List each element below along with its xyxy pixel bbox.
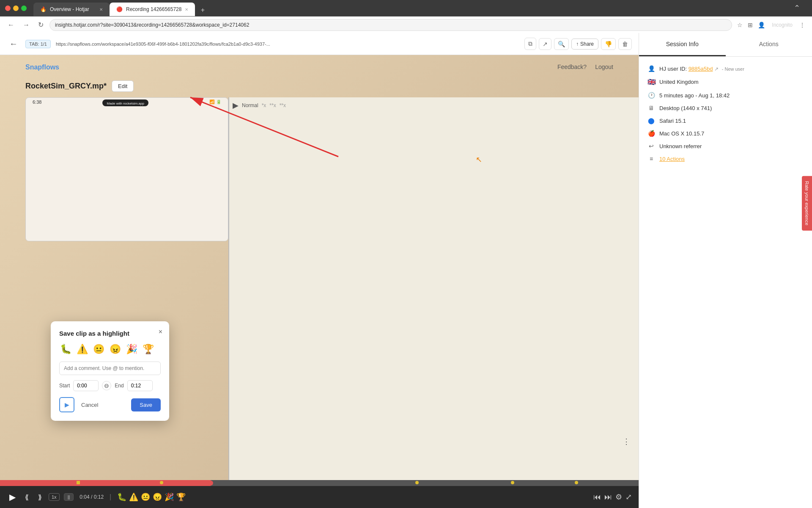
copy-url-btn[interactable]: ⧉ [524,38,536,50]
traffic-lights [5,6,27,11]
referrer-icon: ↩ [647,143,655,149]
star-btn[interactable]: ☆ [735,20,744,30]
playback-timeline[interactable] [0,480,639,486]
player-controls: ▶ ⟪ ⟫ 1x || 0:04 / 0:12 | 🐛 ⚠️ 😐 😠 🎉 [0,486,639,508]
referrer-text: Unknown referrer [659,143,702,149]
clock-icon: 🕐 [647,92,655,99]
forward-btn[interactable]: → [20,19,32,30]
double-speed-btn[interactable]: || [64,493,74,501]
timeline-track[interactable] [0,480,639,486]
user-icon: 👤 [647,65,655,72]
tab-session-info[interactable]: Session Info [639,33,726,56]
save-btn[interactable]: Save [131,398,161,411]
ctrl-emoji-warning[interactable]: ⚠️ [129,492,138,502]
ctrl-emoji-neutral[interactable]: 😐 [141,492,150,502]
logout-link[interactable]: Logout [595,64,613,70]
time-total: 0:12 [94,494,104,500]
snapflows-logo[interactable]: Snapflows [25,64,59,71]
save-clip-modal: Save clip as a highlight × 🐛 ⚠️ 😐 😠 🎉 🏆 [51,321,169,421]
emoji-picker: 🐛 ⚠️ 😐 😠 🎉 🏆 [59,343,161,356]
modal-actions: ▶ Cancel Save [59,397,161,412]
tab2-icon: 🔴 [116,6,123,12]
browser-text: Safari 15.1 [659,118,686,124]
thumbdown-btn[interactable]: 👎 [601,38,616,50]
time-display: 0:04 / 0:12 [80,494,104,500]
emoji-party[interactable]: 🎉 [125,343,138,356]
browser-toolbar-icons: ☆ ⊞ 👤 Incognito ⋮ [735,20,807,30]
open-external-btn[interactable]: ↗ [539,38,551,50]
tab-overview[interactable]: 🔥 Overview - Hotjar ✕ [33,3,110,16]
search-btn[interactable]: 🔍 [554,38,569,50]
timeline-event-2 [160,481,163,484]
settings-btn[interactable]: ⚙ [615,492,622,502]
player-back-btn[interactable]: ← [7,37,20,50]
ctrl-emoji-trophy[interactable]: 🏆 [176,492,186,502]
edit-file-btn[interactable]: Edit [112,80,134,92]
emoji-trophy[interactable]: 🏆 [142,343,155,356]
video-play-btn[interactable]: ▶ [233,101,239,110]
play-pause-btn[interactable]: ▶ [7,490,18,504]
player-container: ← TAB: 1/1 https://snapflows.com/workspa… [0,33,639,508]
ctrl-emoji-angry[interactable]: 😠 [153,492,162,502]
playback-xs1: *x [262,102,266,108]
control-divider: | [110,493,111,501]
new-tab-btn[interactable]: + [197,4,208,16]
skip-to-start-btn[interactable]: ⏮ [593,493,601,502]
tab2-close[interactable]: ✕ [185,7,188,12]
share-label: Share [580,41,594,47]
country-flag-icon: 🇬🇧 [647,78,655,86]
user-id-link[interactable]: 9885a5bd [689,66,713,72]
tab1-close[interactable]: ✕ [99,7,103,12]
feedback-link[interactable]: Feedback? [557,64,587,70]
emoji-angry[interactable]: 😠 [109,343,122,356]
modal-close-btn[interactable]: × [159,328,162,336]
window-minimize-icon[interactable]: ⌃ [794,3,800,13]
time-row: 🕐 5 minutes ago - Aug 1, 18:42 [647,92,804,99]
profile-btn[interactable]: 👤 [756,20,767,30]
skip-to-end-btn[interactable]: ⏭ [604,493,612,502]
fullscreen-btn[interactable]: ⤢ [625,492,632,502]
refresh-btn[interactable]: ↻ [36,19,46,30]
maximize-window-btn[interactable] [21,6,27,11]
tab2-title: Recording 14266565728 [126,6,181,12]
tab-recording[interactable]: 🔴 Recording 14266565728 ✕ [110,3,195,16]
emoji-bug[interactable]: 🐛 [59,343,72,356]
delete-btn[interactable]: 🗑 [618,38,632,50]
start-time-input[interactable] [73,380,99,391]
back-btn[interactable]: ← [5,19,17,30]
end-label: End [115,383,123,389]
phone-mockup-area: 6:38 Made with rocketsim.app 📶 🔋 [25,97,639,480]
timeline-thumb[interactable] [208,480,213,486]
modal-title: Save clip as a highlight [59,330,161,337]
skip-fwd-btn[interactable]: ⟫ [36,491,44,503]
speed-btn[interactable]: 1x [49,493,60,501]
close-window-btn[interactable] [5,6,11,11]
more-btn[interactable]: ⋮ [798,20,807,30]
skip-back-btn[interactable]: ⟪ [22,491,31,503]
share-btn[interactable]: ↑ Share [571,39,598,50]
emoji-controls: 🐛 ⚠️ 😐 😠 🎉 🏆 [117,492,186,502]
address-bar[interactable]: insights.hotjar.com/r?site=3090413&recor… [49,19,732,31]
emoji-warning[interactable]: ⚠️ [76,343,89,356]
comment-input[interactable] [59,362,161,375]
emoji-neutral[interactable]: 😐 [92,343,105,356]
cancel-btn[interactable]: Cancel [81,402,98,408]
ctrl-emoji-party[interactable]: 🎉 [165,492,174,502]
ctrl-emoji-bug[interactable]: 🐛 [117,492,126,502]
user-id-text: HJ user ID: 9885a5bd ↗ - New user [659,66,744,72]
extension-btn[interactable]: ⊞ [746,20,754,30]
actions-link[interactable]: 10 Actions [659,156,685,162]
timeline-event-5 [575,481,578,484]
preview-play-btn[interactable]: ▶ [59,397,74,412]
time-range: Start ⊖ End [59,380,161,391]
user-id-label: HJ user ID: [659,66,689,72]
main-layout: ← TAB: 1/1 https://snapflows.com/workspa… [0,33,812,508]
end-time-input[interactable] [127,380,153,391]
time-minus-btn[interactable]: ⊖ [102,381,111,390]
rate-experience-sidebar[interactable]: Rate your experience [802,176,812,231]
more-options-btn[interactable]: ⋮ [623,437,630,446]
browser-titlebar: 🔥 Overview - Hotjar ✕ 🔴 Recording 142665… [0,0,812,16]
tab-actions[interactable]: Actions [726,33,812,56]
start-label: Start [59,383,70,389]
minimize-window-btn[interactable] [13,6,19,11]
